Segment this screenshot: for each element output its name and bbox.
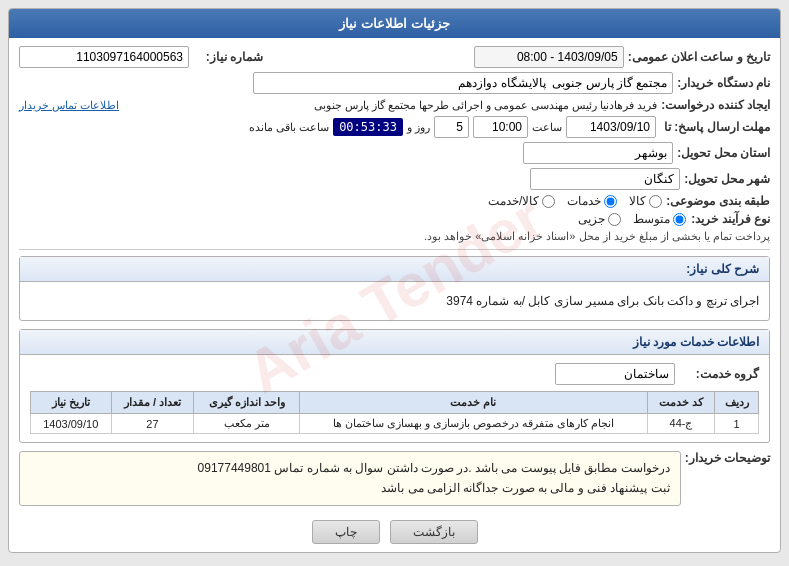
mohlat-label: مهلت ارسال پاسخ: تا	[660, 120, 770, 134]
mohlat-timer-label: ساعت باقی مانده	[249, 121, 329, 134]
radio-khadamat-text: خدمات	[567, 194, 601, 208]
radio-motavasset-text: متوسط	[633, 212, 670, 226]
back-button[interactable]: بازگشت	[390, 520, 478, 544]
cell-kod: ج-44	[647, 414, 714, 434]
sharh-kolly-value: اجرای ترنچ و داکت بانک برای مسیر سازی کا…	[30, 290, 759, 312]
tarikhe-input	[474, 46, 624, 68]
ostan-label: استان محل تحویل:	[677, 146, 770, 160]
ijad-konande-value: فرید فرهادنیا رئیس مهندسی عمومی و اجرائی…	[123, 99, 657, 112]
noe-farayand-label: نوع فرآیند خرید:	[690, 212, 770, 226]
cell-radif: 1	[715, 414, 759, 434]
mohlat-roz-label: روز و	[407, 121, 430, 134]
cell-vahed: متر مکعب	[194, 414, 299, 434]
shomare-niaz-label: شماره نیاز:	[193, 50, 263, 64]
ostan-input	[523, 142, 673, 164]
radio-jozi-label[interactable]: جزیی	[578, 212, 621, 226]
shomare-niaz-input	[19, 46, 189, 68]
table-row: 1 ج-44 انجام کارهای متفرقه درخصوص بازساز…	[31, 414, 759, 434]
ijad-konande-label: ایجاد کننده درخواست:	[661, 98, 770, 112]
nam-dastgah-label: نام دستگاه خریدار:	[677, 76, 770, 90]
radio-khadamat[interactable]	[604, 195, 617, 208]
ettelaat-tamas-link[interactable]: اطلاعات تماس خریدار	[19, 99, 119, 112]
noe-farayand-radio-group: متوسط جزیی	[578, 212, 686, 226]
radio-jozi-text: جزیی	[578, 212, 605, 226]
radio-kala-label[interactable]: کالا	[629, 194, 662, 208]
col-tedad: تعداد / مقدار	[111, 392, 194, 414]
shahr-label: شهر محل تحویل:	[684, 172, 770, 186]
tabaghe-label: طبقه بندی موضوعی:	[666, 194, 770, 208]
radio-kala-khadamat-label[interactable]: کالا/خدمت	[488, 194, 555, 208]
radio-kala[interactable]	[649, 195, 662, 208]
panel-header: جزئیات اطلاعات نیاز	[9, 9, 780, 38]
nam-dastgah-input	[253, 72, 673, 94]
tavazihat-box: درخواست مطابق فایل پیوست می باشد .در صور…	[19, 451, 681, 506]
pardakht-note: پرداخت تمام یا بخشی از مبلغ خرید از محل …	[424, 230, 770, 243]
tavazihat-label: توضیحات خریدار:	[685, 451, 770, 465]
col-vahed: واحد اندازه گیری	[194, 392, 299, 414]
cell-tarikh: 1403/09/10	[31, 414, 112, 434]
col-radif: ردیف	[715, 392, 759, 414]
mohlat-roz-input	[434, 116, 469, 138]
radio-kala-khadamat[interactable]	[542, 195, 555, 208]
col-kod: کد خدمت	[647, 392, 714, 414]
cell-nam: انجام کارهای متفرقه درخصوص بازسازی و بهس…	[299, 414, 647, 434]
tarikhe-label: تاریخ و ساعت اعلان عمومی:	[628, 50, 770, 64]
mohlat-date-input	[566, 116, 656, 138]
radio-kala-text: کالا	[629, 194, 646, 208]
service-table: ردیف کد خدمت نام خدمت واحد اندازه گیری ت…	[30, 391, 759, 434]
shahr-input	[530, 168, 680, 190]
mohlat-timer: 00:53:33	[333, 118, 403, 136]
col-tarikh: تاریخ نیاز	[31, 392, 112, 414]
radio-jozi[interactable]	[608, 213, 621, 226]
gorohe-khadamat-label: گروه خدمت:	[679, 367, 759, 381]
footer-buttons: بازگشت چاپ	[19, 520, 770, 544]
radio-motavasset[interactable]	[673, 213, 686, 226]
gorohe-khadamat-input	[555, 363, 675, 385]
tavazihat-line1: درخواست مطابق فایل پیوست می باشد .در صور…	[30, 458, 670, 478]
ettelaat-khadamat-title: اطلاعات خدمات مورد نیاز	[20, 330, 769, 355]
radio-khadamat-label[interactable]: خدمات	[567, 194, 617, 208]
col-nam: نام خدمت	[299, 392, 647, 414]
sharh-kolly-section-title: شرح کلی نیاز:	[20, 257, 769, 282]
tabaghe-radio-group: کالا خدمات کالا/خدمت	[488, 194, 662, 208]
print-button[interactable]: چاپ	[312, 520, 380, 544]
radio-motavasset-label[interactable]: متوسط	[633, 212, 686, 226]
mohlat-sa-label: ساعت	[532, 121, 562, 134]
cell-tedad: 27	[111, 414, 194, 434]
tavazihat-line2: ثبت پیشنهاد فنی و مالی به صورت جداگانه ا…	[30, 478, 670, 498]
radio-kala-khadamat-text: کالا/خدمت	[488, 194, 539, 208]
mohlat-time-input	[473, 116, 528, 138]
